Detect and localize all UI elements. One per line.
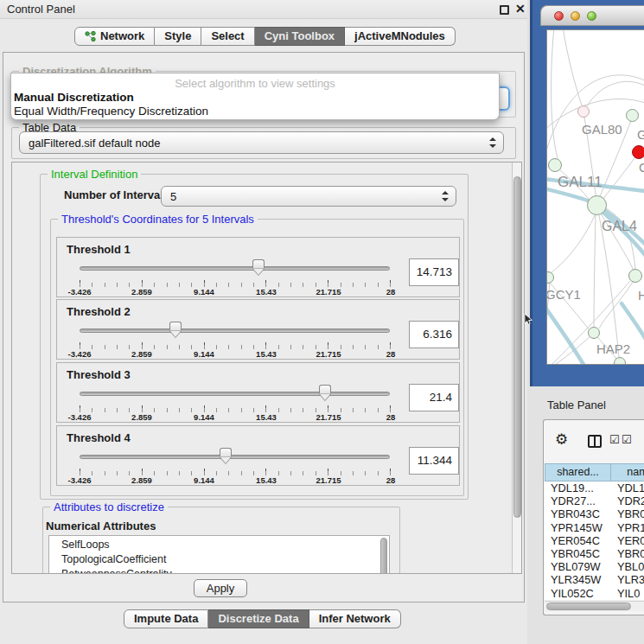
slider-track[interactable] [80,455,390,459]
slider-thumb[interactable] [319,385,331,393]
cell-name: YBR0 [610,547,644,560]
table-row[interactable]: YPR145WYPR1 [545,521,644,534]
node-bottom[interactable] [614,357,626,365]
table-row[interactable]: YDL19...YDL1 [545,481,644,494]
interval-definition-title: Interval Definition [48,168,141,181]
node-selected-red[interactable] [632,145,644,159]
threshold-4-slider[interactable] [80,445,390,468]
tick-label: 28 [386,349,396,359]
node-label-c-partial: C [639,160,644,175]
tab-style[interactable]: Style [155,27,201,46]
list-item[interactable]: SelfLoops [61,539,110,551]
number-of-intervals-combobox[interactable]: 5 [161,186,456,207]
panel-title: Control Panel [7,3,75,16]
table-row[interactable]: YBL079WYBL0 [545,560,644,573]
control-panel-titlebar: Control Panel ✕ [0,0,527,19]
node-top-right[interactable] [626,109,639,122]
app-window: Control Panel ✕ Network Style Select Cyn… [0,0,644,644]
list-item[interactable]: TopologicalCoefficient [61,553,166,565]
table-row[interactable]: YER054CYER0 [545,534,644,547]
cell-shared: YDL19... [545,481,610,494]
tab-select-label: Select [211,28,244,45]
checkbox-icon[interactable]: ☑ [609,433,620,446]
cell-shared: YER054C [545,534,610,547]
slider-thumb[interactable] [252,259,265,268]
table-data-combobox[interactable]: galFiltered.sif default node [19,131,504,154]
node-right-mid[interactable] [628,269,642,283]
list-scrollbar[interactable] [380,538,387,574]
algorithm-option-equal-width[interactable]: Equal Width/Frequency Discretization [14,105,208,118]
cell-name: YIL0 [610,587,640,600]
network-canvas[interactable]: GAL80 GA GAL11 C GAL4 GCY1 H HAP2 [546,29,644,365]
node-label-h-partial: H [638,288,644,303]
checkbox-icon[interactable]: ☑ [622,433,632,446]
threshold-4-panel: Threshold 4 -3.426 2.859 9.144 15.43 21.… [56,425,460,486]
tab-discretize-data[interactable]: Discretize Data [208,609,309,628]
node-gal80[interactable] [577,105,590,118]
threshold-3-label: Threshold 3 [67,368,131,381]
tab-infer-label: Infer Network [319,610,391,628]
table-row[interactable]: YBR045CYBR0 [545,547,644,560]
table-row[interactable]: YBR043CYBR0 [545,507,644,520]
table-hscrollbar-thumb[interactable] [546,603,631,610]
tab-jactivemnodules[interactable]: jActiveMNodules [345,27,456,46]
slider-tick-labels: -3.426 2.859 9.144 15.43 21.715 28 [80,287,391,296]
minimize-traffic-light-icon[interactable] [571,11,580,21]
node-gal11[interactable] [548,158,562,172]
threshold-1-label: Threshold 1 [67,243,131,256]
column-header-name[interactable]: name [610,463,644,481]
node-hap2[interactable] [588,327,600,339]
node-label-gal80: GAL80 [582,122,622,137]
algorithm-placeholder: Select algorithm to view settings [11,77,499,90]
slider-track[interactable] [80,266,390,271]
thresholds-coordinates-group: Threshold's Coordinates for 5 Intervals … [50,219,464,496]
threshold-4-value-field[interactable]: 11.344 [409,447,459,475]
tab-cyni-toolbox[interactable]: Cyni Toolbox [255,27,345,46]
tick-label: 28 [386,287,396,296]
close-icon[interactable]: ✕ [515,2,526,16]
slider-thumb[interactable] [220,448,232,456]
float-window-icon[interactable] [500,5,509,15]
tick-label: 15.43 [256,412,277,422]
tab-infer-network[interactable]: Infer Network [309,609,401,628]
cell-name: YBR0 [610,507,644,520]
list-item[interactable]: BetweennessCentrality [61,568,172,574]
thresholds-coordinates-title: Threshold's Coordinates for 5 Intervals [58,213,258,226]
node-label-gal11: GAL11 [558,174,603,191]
slider-thumb[interactable] [169,322,182,330]
tab-network[interactable]: Network [74,27,155,46]
table-row[interactable]: YLR345WYLR3 [545,573,644,586]
algorithm-option-manual[interactable]: Manual Discretization [14,91,134,104]
threshold-3-slider[interactable] [80,382,390,405]
gear-icon[interactable]: ⚙ [555,430,568,449]
settings-scrollbar-thumb[interactable] [513,176,521,518]
network-icon [85,31,96,42]
table-row[interactable]: YIL052CYIL0 [545,587,644,600]
tick-label: 15.43 [256,349,277,359]
threshold-1-slider[interactable] [80,257,390,279]
threshold-2-slider[interactable] [80,319,390,341]
zoom-traffic-light-icon[interactable] [587,11,596,21]
tab-cyni-label: Cyni Toolbox [265,28,335,45]
attributes-group-title: Attributes to discretize [50,501,168,513]
node-label-hap2: HAP2 [596,341,630,356]
split-view-icon[interactable] [588,435,602,448]
node-gal4[interactable] [587,195,607,215]
table-rows: YDL19...YDL1 YDR27...YDR2 YBR043CYBR0 YP… [545,481,644,600]
network-window-titlebar[interactable] [540,5,644,26]
threshold-1-value-field[interactable]: 14.713 [409,258,459,286]
table-row[interactable]: YDR27...YDR2 [545,494,644,507]
tab-impute-data[interactable]: Impute Data [124,609,208,628]
apply-button[interactable]: Apply [194,579,247,597]
slider-track[interactable] [80,392,390,396]
threshold-3-value-field[interactable]: 21.4 [409,384,459,411]
column-header-shared-name[interactable]: shared... [545,463,611,481]
cell-name: YER0 [610,534,644,547]
tick-label: 21.715 [316,349,341,359]
threshold-2-value-field[interactable]: 6.316 [409,321,459,348]
slider-track[interactable] [80,328,390,333]
tab-select[interactable]: Select [201,27,254,46]
close-traffic-light-icon[interactable] [554,11,564,21]
tab-impute-label: Impute Data [134,610,198,628]
tick-label: 28 [386,412,396,422]
